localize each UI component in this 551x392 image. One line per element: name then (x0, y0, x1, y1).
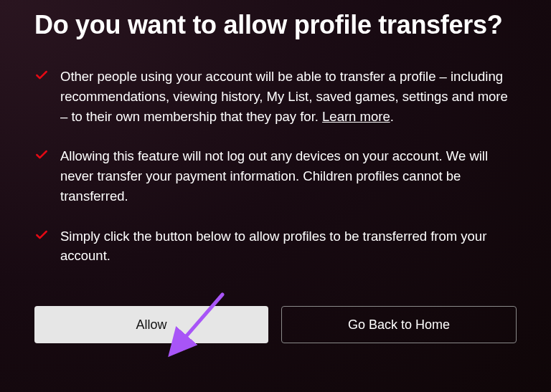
learn-more-link[interactable]: Learn more (322, 109, 390, 124)
point-text: Allowing this feature will not log out a… (60, 146, 517, 206)
check-icon (34, 68, 49, 82)
button-row: Allow Go Back to Home (34, 306, 517, 343)
point-text-before: Allowing this feature will not log out a… (60, 148, 488, 204)
check-icon (34, 228, 49, 242)
points-list: Other people using your account will be … (34, 67, 517, 266)
allow-button[interactable]: Allow (34, 306, 268, 343)
page-title: Do you want to allow profile transfers? (34, 9, 517, 41)
point-item: Allowing this feature will not log out a… (34, 146, 517, 206)
go-back-home-button[interactable]: Go Back to Home (281, 306, 517, 343)
check-icon (34, 148, 49, 162)
point-item: Other people using your account will be … (34, 67, 517, 126)
point-text-after: . (390, 109, 394, 124)
point-text: Simply click the button below to allow p… (60, 226, 517, 267)
point-text: Other people using your account will be … (60, 67, 517, 126)
point-item: Simply click the button below to allow p… (34, 226, 517, 267)
point-text-before: Other people using your account will be … (60, 69, 508, 124)
point-text-before: Simply click the button below to allow p… (60, 229, 486, 264)
